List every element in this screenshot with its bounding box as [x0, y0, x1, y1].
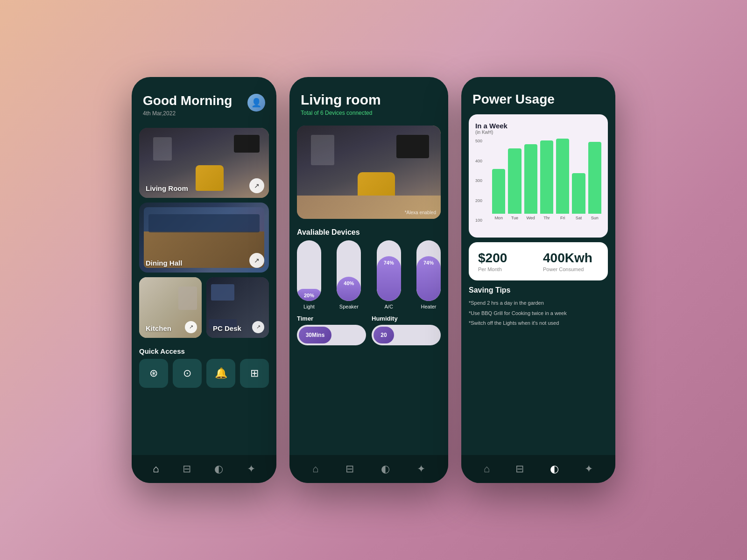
room-title: Living room [301, 92, 437, 108]
quick-access-title: Quick Access [132, 343, 276, 359]
quick-speaker-btn[interactable]: ⊞ [240, 359, 269, 388]
timer-toggle[interactable]: 30Mins [297, 325, 366, 345]
bar-wed: Wed [524, 139, 537, 220]
p2-nav-home-icon[interactable]: ⌂ [312, 463, 318, 475]
speaker-label: Speaker [339, 304, 359, 309]
avatar-image: 👤 [247, 94, 265, 112]
nav-moon-icon[interactable]: ◐ [214, 463, 223, 475]
day-wed: Wed [527, 216, 535, 220]
phone1-nav-bar: ⌂ ⊟ ◐ ✦ [132, 455, 276, 483]
p2-nav-moon-icon[interactable]: ◐ [381, 463, 390, 475]
phone3-header: Power Usage [461, 77, 615, 114]
bar-mon-fill [492, 169, 505, 214]
bar-tue-fill [508, 148, 521, 214]
phone2-header: Living room Total of 6 Devices connected [289, 77, 448, 121]
bar-sun: Sun [588, 139, 601, 220]
bar-mon: Mon [492, 139, 505, 220]
desk-label: PC Desk [213, 324, 241, 332]
light-label: Light [303, 304, 315, 309]
wall-art [153, 137, 172, 161]
p3-nav-moon-icon[interactable]: ◐ [550, 463, 559, 475]
tip-3: *Switch off the Lights when it's not use… [461, 318, 615, 329]
p2-nav-settings-icon[interactable]: ✦ [417, 463, 425, 475]
room-image: *Alexa enabled [297, 126, 441, 219]
quick-bell-btn[interactable]: 🔔 [206, 359, 235, 388]
control-row: Timer 30Mins Humidity 20 [297, 315, 441, 345]
heater-label: Heater [421, 304, 436, 309]
dining-hall-card[interactable]: Dining Hall ↗ [139, 203, 269, 273]
timer-knob: 30Mins [299, 327, 331, 343]
kitchen-label: Kitchen [146, 324, 171, 332]
chart-area: 100 200 300 400 500 Mon Tue [475, 139, 601, 232]
wifi-icon: ⊛ [149, 367, 158, 379]
nav-home-icon[interactable]: ⌂ [153, 463, 159, 475]
dining-hall-arrow[interactable]: ↗ [249, 253, 264, 268]
living-room-arrow[interactable]: ↗ [249, 178, 264, 193]
y-label-400: 400 [475, 159, 482, 163]
alexa-tag: *Alexa enabled [405, 210, 436, 215]
desk-card[interactable]: PC Desk ↗ [206, 277, 269, 338]
p3-nav-grid-icon[interactable]: ⊟ [515, 463, 524, 475]
heater-slider-item: 74% Heater [416, 240, 441, 309]
day-thr: Thr [543, 216, 550, 220]
ac-label: A/C [384, 304, 393, 309]
speaker-icon: ⊞ [250, 367, 259, 379]
desk-arrow[interactable]: ↗ [252, 321, 264, 333]
humidity-value: 20 [381, 332, 387, 338]
tv [234, 135, 260, 153]
day-sat: Sat [576, 216, 582, 220]
humidity-toggle[interactable]: 20 [372, 325, 441, 345]
ac-percent: 74% [384, 260, 394, 266]
heater-slider-track[interactable]: 74% [416, 240, 441, 301]
phone1-header: Good Morning 4th Mar,2022 👤 [132, 77, 276, 124]
light-slider-track[interactable]: 20% [297, 240, 321, 301]
ac-slider-fill: 74% [377, 256, 401, 301]
timer-label: Timer [297, 315, 366, 322]
humidity-knob: 20 [374, 327, 394, 343]
humidity-control: Humidity 20 [372, 315, 441, 345]
avatar[interactable]: 👤 [247, 94, 265, 112]
bar-wed-fill [524, 144, 537, 214]
bottom-controls: Timer 30Mins Humidity 20 [297, 315, 441, 345]
chart-title: In a Week [475, 122, 601, 130]
p3-nav-home-icon[interactable]: ⌂ [484, 463, 490, 475]
cost-stat: $200 Per Month [478, 251, 534, 272]
timer-control: Timer 30Mins [297, 315, 366, 345]
phone-power-usage: Power Usage In a Week (in KwH) 100 200 3… [461, 77, 615, 483]
dining-hall-label: Dining Hall [146, 259, 182, 267]
tip-1: *Spend 2 hrs a day in the garden [461, 298, 615, 308]
y-label-100: 100 [475, 218, 482, 223]
cost-label: Per Month [478, 266, 534, 272]
living-room-label: Living Room [146, 184, 188, 192]
living-room-card[interactable]: Living Room ↗ [139, 128, 269, 198]
nav-settings-icon[interactable]: ✦ [247, 463, 255, 475]
chart-subtitle: (in KwH) [475, 130, 601, 135]
cost-value: $200 [478, 251, 534, 266]
quick-mic-btn[interactable]: ⊙ [173, 359, 202, 388]
date-text: 4th Mar,2022 [143, 110, 232, 117]
speaker-slider-track[interactable]: 40% [337, 240, 361, 301]
p3-nav-settings-icon[interactable]: ✦ [585, 463, 593, 475]
phone-home: Good Morning 4th Mar,2022 👤 Living Room … [132, 77, 276, 483]
bar-tue: Tue [508, 139, 521, 220]
chart-y-labels: 100 200 300 400 500 [475, 139, 482, 223]
day-fri: Fri [560, 216, 565, 220]
kitchen-arrow[interactable]: ↗ [185, 321, 197, 333]
phones-container: Good Morning 4th Mar,2022 👤 Living Room … [132, 77, 615, 483]
bar-thr-fill [540, 140, 553, 214]
nav-grid-icon[interactable]: ⊟ [183, 463, 191, 475]
phone3-nav-bar: ⌂ ⊟ ◐ ✦ [461, 455, 615, 483]
ac-slider-track[interactable]: 74% [377, 240, 401, 301]
bar-sun-fill [588, 142, 601, 214]
kitchen-card[interactable]: Kitchen ↗ [139, 277, 202, 338]
light-slider-fill: 20% [297, 289, 321, 301]
bar-fri: Fri [556, 139, 569, 220]
humidity-label: Humidity [372, 315, 441, 322]
speaker-slider-fill: 40% [337, 277, 361, 301]
quick-access-grid: ⊛ ⊙ 🔔 ⊞ [139, 359, 269, 388]
ac-slider-item: 74% A/C [377, 240, 401, 309]
tip-2: *Use BBQ Grill for Cooking twice in a we… [461, 308, 615, 319]
quick-wifi-btn[interactable]: ⊛ [139, 359, 168, 388]
heater-percent: 74% [423, 260, 434, 266]
p2-nav-grid-icon[interactable]: ⊟ [345, 463, 354, 475]
